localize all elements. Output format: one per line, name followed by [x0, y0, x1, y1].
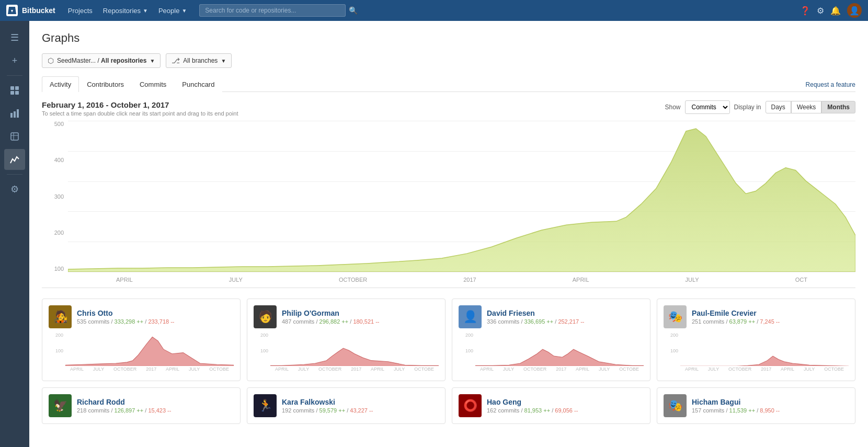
contributor-stats-1: 487 commits / 296,882 ++ / 180,521 --	[282, 318, 380, 325]
sidebar-item-graphs[interactable]	[4, 149, 25, 170]
y-label-100: 100	[54, 266, 64, 272]
mini-x-1: APRIL JULY OCTOBER 2017 APRIL JULY OCTOB…	[270, 364, 439, 374]
mini-chart-3: 200 100 APRIL JULY OCTOBER 2017 APRIL JU…	[664, 333, 849, 374]
nav-people[interactable]: People ▼	[154, 5, 191, 17]
contributor-additions-3: 63,879 ++	[729, 318, 756, 325]
svg-rect-7	[11, 133, 18, 140]
contributor-name-0[interactable]: Chris Otto	[77, 309, 112, 317]
brand[interactable]: Bitbucket	[6, 5, 55, 16]
display-days[interactable]: Days	[766, 101, 791, 113]
mini-chart-2: 200 100 APRIL JULY OCTOBER 2017 APRIL JU…	[459, 333, 644, 374]
x-label-oct2: OCT	[795, 277, 807, 283]
sidebar-divider-1	[7, 75, 22, 76]
contributor-avatar-3: 🎭	[664, 305, 687, 328]
graph-hint: To select a time span double click near …	[42, 110, 238, 117]
mini-svg-2	[475, 333, 644, 366]
x-label-july1: JULY	[229, 277, 243, 283]
bottom-stats-2: 162 commits / 81,953 ++ / 69,056 --	[487, 407, 578, 414]
contributor-additions-1: 296,882 ++	[319, 318, 349, 325]
bottom-info-0: Richard Rodd 218 commits / 126,897 ++ / …	[77, 398, 171, 414]
contributor-info-2: David Friesen 336 commits / 336,695 ++ /…	[487, 309, 585, 325]
contributor-header-1: 🧑 Philip O'Gorman 487 commits / 296,882 …	[254, 305, 439, 328]
tab-activity[interactable]: Activity	[42, 76, 79, 92]
x-label-october1: OCTOBER	[339, 277, 367, 283]
avatar[interactable]: 👤	[847, 3, 862, 18]
bottom-info-3: Hicham Bagui 157 commits / 11,539 ++ / 8…	[692, 398, 780, 414]
bottom-name-3[interactable]: Hicham Bagui	[692, 398, 740, 406]
contributor-name-3[interactable]: Paul-Emile Crevier	[692, 309, 757, 317]
mini-x-2: APRIL JULY OCTOBER 2017 APRIL JULY OCTOB…	[475, 364, 644, 374]
contributor-card-3: 🎭 Paul-Emile Crevier 251 commits / 63,87…	[657, 299, 855, 381]
request-feature-link[interactable]: Request a feature	[806, 81, 855, 88]
navbar-icons: ❓ ⚙ 🔔 👤	[800, 3, 862, 18]
sidebar-item-boards[interactable]	[4, 80, 25, 101]
tab-contributors[interactable]: Contributors	[79, 76, 132, 92]
bottom-card-1: 🏃 Kara Falkowski 192 commits / 59,579 ++…	[247, 387, 446, 424]
repo-dropdown-icon: ▼	[150, 58, 155, 64]
bottom-stats-0: 218 commits / 126,897 ++ / 15,423 --	[77, 407, 171, 414]
bottom-name-1[interactable]: Kara Falkowski	[282, 398, 335, 406]
brand-name: Bitbucket	[22, 6, 55, 15]
search-input[interactable]	[199, 4, 346, 17]
notifications-icon[interactable]: 🔔	[830, 6, 841, 16]
main-chart	[68, 121, 855, 272]
bottom-row: 🦅 Richard Rodd 218 commits / 126,897 ++ …	[42, 387, 855, 424]
bottom-card-0: 🦅 Richard Rodd 218 commits / 126,897 ++ …	[42, 387, 241, 424]
contributor-deletions-0: 233,718 --	[148, 318, 174, 325]
nav-repositories[interactable]: Repositories ▼	[99, 5, 152, 17]
bottom-name-0[interactable]: Richard Rodd	[77, 398, 125, 406]
repo-filter[interactable]: ⬡ SeedMaster... / All repositories ▼	[42, 53, 161, 68]
contributor-name-1[interactable]: Philip O'Gorman	[282, 309, 339, 317]
mini-y-2: 200 100	[459, 333, 475, 364]
y-label-400: 400	[54, 157, 64, 163]
svg-rect-0	[10, 86, 14, 90]
tab-commits[interactable]: Commits	[132, 76, 174, 92]
display-months[interactable]: Months	[821, 101, 855, 113]
contributor-name-2[interactable]: David Friesen	[487, 309, 535, 317]
graph-controls: Show Commits Lines Display in Days Weeks…	[665, 100, 855, 114]
mini-svg-0	[65, 333, 234, 366]
contributor-stats-2: 336 commits / 336,695 ++ / 252,217 --	[487, 318, 585, 325]
x-axis: APRIL JULY OCTOBER 2017 APRIL JULY OCT	[68, 272, 855, 288]
mini-svg-1	[270, 333, 439, 366]
contributor-commits-2: 336 commits	[487, 318, 519, 325]
mini-chart-1: 200 100 APRIL JULY OCTOBER 2017 APRIL JU…	[254, 333, 439, 374]
svg-rect-4	[10, 113, 13, 118]
mini-y-3: 200 100	[664, 333, 680, 364]
contributor-additions-2: 336,695 ++	[524, 318, 554, 325]
main-chart-svg	[68, 121, 855, 272]
contributor-commits-0: 535 commits	[77, 318, 109, 325]
sidebar-item-source[interactable]	[4, 126, 25, 147]
nav-projects[interactable]: Projects	[64, 5, 97, 17]
settings-icon[interactable]: ⚙	[817, 6, 824, 16]
tab-punchcard[interactable]: Punchcard	[174, 76, 222, 92]
branch-filter[interactable]: ⎇ All branches ▼	[166, 53, 232, 68]
display-buttons: Days Weeks Months	[766, 101, 855, 113]
contributors-grid: 🧑‍🎤 Chris Otto 535 commits / 333,298 ++ …	[42, 299, 855, 381]
branch-icon: ⎇	[172, 56, 180, 65]
contributor-card-1: 🧑 Philip O'Gorman 487 commits / 296,882 …	[247, 299, 446, 381]
graph-date-range: February 1, 2016 - October 1, 2017	[42, 100, 238, 109]
contributor-info-0: Chris Otto 535 commits / 333,298 ++ / 23…	[77, 309, 175, 325]
search-bar: 🔍	[199, 4, 792, 17]
contributor-card-0: 🧑‍🎤 Chris Otto 535 commits / 333,298 ++ …	[42, 299, 241, 381]
sidebar-item-create[interactable]: +	[4, 50, 25, 71]
sidebar-item-insights[interactable]	[4, 103, 25, 124]
show-dropdown[interactable]: Commits Lines	[685, 100, 730, 114]
show-label: Show	[665, 104, 680, 111]
sidebar-item-menu[interactable]: ☰	[4, 27, 25, 48]
display-weeks[interactable]: Weeks	[791, 101, 821, 113]
display-label: Display in	[734, 104, 761, 111]
contributor-avatar-0: 🧑‍🎤	[49, 305, 72, 328]
contributor-deletions-1: 180,521 --	[353, 318, 379, 325]
contributor-avatar-2: 👤	[459, 305, 482, 328]
bottom-name-2[interactable]: Hao Geng	[487, 398, 521, 406]
sidebar-item-settings[interactable]: ⚙	[4, 179, 25, 200]
repo-filter-label: SeedMaster... / All repositories	[57, 57, 146, 64]
svg-rect-2	[10, 91, 14, 95]
y-label-300: 300	[54, 193, 64, 200]
y-label-500: 500	[54, 121, 64, 127]
navbar-menu: Projects Repositories ▼ People ▼	[64, 5, 191, 17]
help-icon[interactable]: ❓	[800, 6, 810, 16]
brand-logo	[6, 5, 18, 16]
